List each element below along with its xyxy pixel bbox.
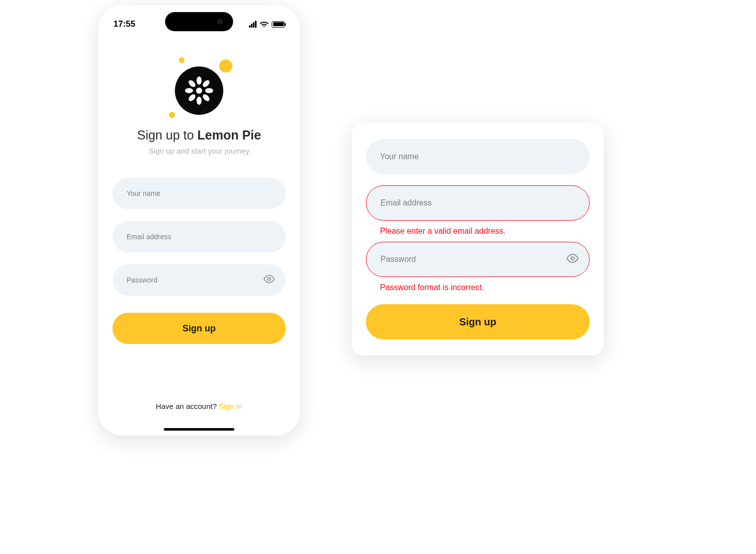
- status-time: 17:55: [113, 19, 135, 29]
- page-title: Sign up to Lemon Pie: [137, 128, 261, 143]
- svg-point-3: [185, 88, 193, 93]
- error-state-card: Please enter a valid email address. Pass…: [352, 123, 604, 356]
- phone-mockup: 17:55: [98, 5, 300, 436]
- eye-icon[interactable]: [566, 252, 579, 266]
- password-wrapper: [112, 264, 286, 296]
- page-subtitle: Sign up and start your journey: [149, 147, 249, 155]
- svg-point-1: [197, 77, 202, 85]
- svg-point-10: [571, 257, 574, 260]
- status-icons: [249, 21, 285, 28]
- signup-button-variant[interactable]: Sign up: [366, 304, 590, 339]
- home-indicator: [164, 428, 234, 431]
- name-input[interactable]: [112, 178, 286, 209]
- email-error-message: Please enter a valid email address.: [366, 221, 590, 240]
- svg-point-2: [197, 97, 202, 105]
- svg-point-4: [205, 88, 213, 93]
- password-input-error[interactable]: [366, 242, 590, 277]
- svg-point-5: [187, 79, 197, 88]
- svg-point-6: [202, 93, 211, 102]
- svg-point-7: [202, 79, 211, 88]
- signin-link[interactable]: Sign In: [219, 402, 242, 410]
- password-input[interactable]: [112, 264, 286, 296]
- title-brand: Lemon Pie: [198, 128, 261, 142]
- signup-button[interactable]: Sign up: [112, 313, 286, 344]
- logo-area: Sign up to Lemon Pie Sign up and start y…: [98, 57, 300, 155]
- signup-form: Sign up: [98, 178, 300, 344]
- email-input[interactable]: [112, 221, 286, 252]
- wifi-icon: [260, 21, 269, 28]
- eye-icon[interactable]: [264, 273, 275, 287]
- name-input-variant[interactable]: [366, 139, 590, 174]
- device-notch: [165, 12, 233, 31]
- footer-prompt: Have an account?: [156, 402, 219, 410]
- app-logo: [164, 57, 234, 128]
- svg-point-8: [187, 93, 197, 102]
- svg-point-9: [268, 278, 271, 281]
- title-prefix: Sign up to: [137, 128, 198, 142]
- password-wrapper-error: [366, 242, 590, 277]
- battery-icon: [272, 21, 285, 28]
- password-error-message: Password format is incorrect.: [366, 277, 590, 296]
- cellular-icon: [249, 21, 257, 28]
- email-input-error[interactable]: [366, 185, 590, 221]
- svg-point-0: [196, 88, 202, 94]
- footer: Have an account? Sign In: [98, 402, 300, 410]
